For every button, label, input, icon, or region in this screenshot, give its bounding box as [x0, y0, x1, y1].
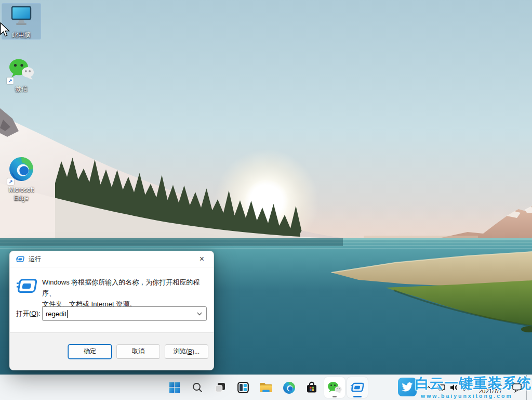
run-dialog-taskbar-button[interactable] [347, 377, 368, 398]
tray-clock[interactable]: 15:11 2021/7/7 [473, 376, 508, 399]
shortcut-arrow-icon: ↗ [7, 178, 14, 185]
start-button[interactable] [164, 377, 185, 398]
desktop-icon-label: Microsoft Edge [2, 186, 41, 202]
desktop-icon-edge[interactable]: ↗ Microsoft Edge [2, 154, 41, 203]
widgets-button[interactable] [233, 377, 254, 398]
shortcut-arrow-icon: ↗ [7, 78, 14, 84]
tray-date: 2021/7/7 [479, 388, 502, 395]
browse-button[interactable]: 浏览(B)... [165, 344, 208, 359]
run-dialog-titlebar[interactable]: 运行 [10, 251, 214, 267]
desktop-icon-wechat[interactable]: ↗ 微信 [2, 55, 41, 94]
close-icon: × [200, 254, 204, 264]
dialog-description: Windows 将根据你所输入的名称，为你打开相应的程序、 文件夹、文档或 In… [42, 277, 210, 309]
open-input-value: regedit [46, 310, 66, 318]
run-dialog: 运行 × Windows 将根据你所输入的名称，为你打开相应的程序、 文件夹、文… [9, 251, 214, 370]
network-ethernet-icon [437, 383, 446, 392]
tray-overflow-button[interactable] [422, 377, 435, 398]
ime-indicator[interactable]: 英 [460, 377, 473, 398]
dropdown-chevron-icon[interactable] [197, 312, 202, 316]
edge-icon: ↗ [8, 156, 34, 184]
bird-icon [401, 380, 414, 394]
windows-logo-icon [168, 381, 181, 394]
wechat-icon: ↗ [8, 57, 35, 83]
open-input[interactable]: regedit [42, 306, 207, 321]
run-icon [351, 382, 364, 393]
store-button[interactable] [301, 377, 322, 398]
running-indicator [332, 396, 337, 397]
desktop-icon-label: 微信 [15, 85, 28, 93]
chat-bubble-icon [512, 383, 523, 393]
desktop-icon-label: 此电脑 [12, 31, 31, 39]
wechat-icon [327, 381, 342, 394]
watermark-logo [398, 378, 417, 396]
run-icon-large [17, 278, 37, 296]
wechat-taskbar-button[interactable] [324, 377, 345, 398]
task-view-icon [214, 381, 227, 394]
search-icon [192, 382, 203, 393]
task-view-button[interactable] [210, 377, 231, 398]
dialog-title: 运行 [29, 255, 41, 264]
volume-icon [449, 383, 458, 392]
ok-button[interactable]: 确定 [68, 344, 112, 359]
active-indicator [353, 396, 362, 397]
show-desktop-button[interactable] [526, 375, 529, 400]
open-label: 打开(O): [16, 309, 42, 318]
this-pc-monitor-icon [9, 5, 33, 29]
text-caret [67, 310, 68, 318]
volume-button[interactable] [447, 377, 460, 398]
run-icon [16, 256, 24, 263]
edge-button[interactable] [278, 377, 299, 398]
store-icon [305, 381, 318, 394]
dialog-footer: 确定 取消 浏览(B)... [10, 332, 214, 370]
network-button[interactable] [435, 377, 447, 398]
chevron-up-icon [425, 384, 432, 391]
tray-time: 15:11 [479, 380, 502, 388]
edge-icon [283, 381, 296, 394]
mouse-cursor-icon [0, 22, 11, 38]
file-explorer-button[interactable] [256, 377, 276, 398]
cancel-button[interactable]: 取消 [116, 344, 160, 359]
taskbar: 英 15:11 2021/7/7 白云一键重装系统 www.baiyunxito… [0, 375, 532, 400]
widgets-icon [237, 381, 249, 394]
close-button[interactable]: × [190, 251, 214, 266]
search-button[interactable] [187, 377, 208, 398]
file-explorer-icon [259, 382, 273, 394]
